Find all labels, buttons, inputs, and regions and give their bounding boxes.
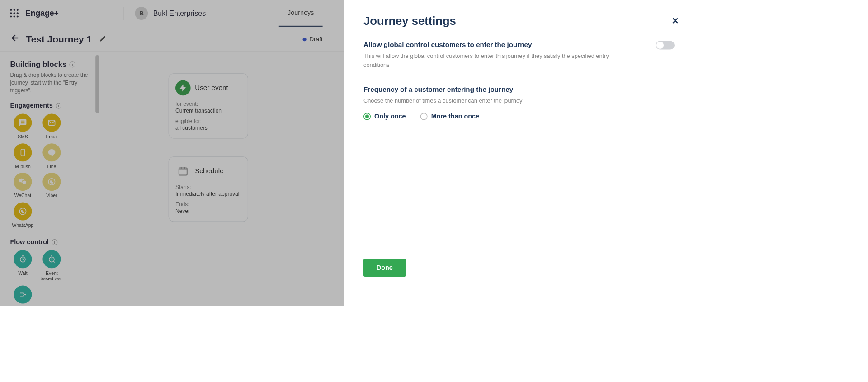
radio-icon — [420, 113, 428, 120]
radio-only-once[interactable]: Only once — [363, 113, 406, 120]
setting-title: Allow global control customers to enter … — [363, 41, 675, 49]
setting-global-control: Allow global control customers to enter … — [363, 41, 675, 70]
done-button[interactable]: Done — [363, 259, 406, 277]
frequency-radio-group: Only once More than once — [363, 113, 675, 120]
radio-more-than-once[interactable]: More than once — [420, 113, 479, 120]
setting-frequency: Frequency of a customer entering the jou… — [363, 85, 675, 120]
drawer-title: Journey settings — [363, 14, 675, 28]
toggle-knob — [656, 42, 664, 49]
journey-settings-drawer: Journey settings Allow global control cu… — [344, 0, 694, 306]
close-icon[interactable] — [670, 16, 680, 27]
setting-desc: This will allow the global control custo… — [363, 52, 631, 70]
radio-icon — [363, 113, 371, 120]
global-control-toggle[interactable] — [656, 41, 675, 49]
setting-desc: Choose the number of times a customer ca… — [363, 96, 631, 105]
setting-title: Frequency of a customer entering the jou… — [363, 85, 675, 94]
